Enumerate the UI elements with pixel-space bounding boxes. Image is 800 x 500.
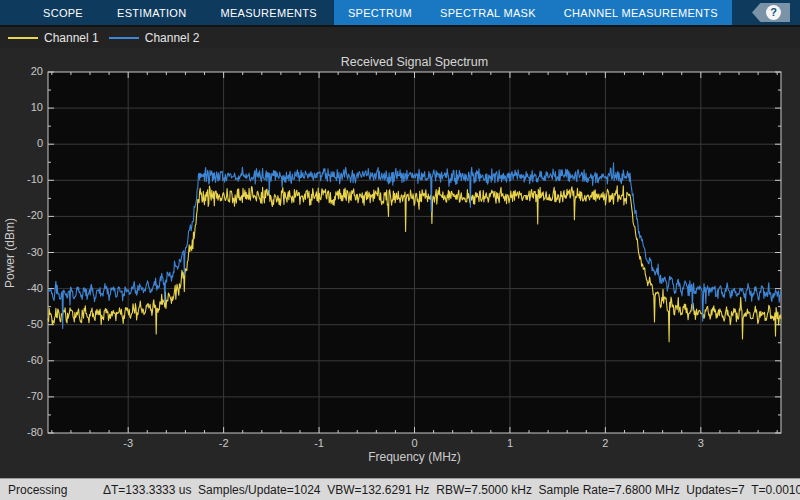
y-tick-label: 10 xyxy=(0,101,43,113)
x-tick-label: 3 xyxy=(681,437,721,449)
help-button[interactable]: ? xyxy=(752,3,790,22)
y-tick-label: -30 xyxy=(0,246,43,258)
tab-spectral-mask[interactable]: SPECTRAL MASK xyxy=(426,0,550,25)
y-tick-label: 0 xyxy=(0,137,43,149)
status-mode: Processing xyxy=(0,483,103,497)
y-tick-label: 20 xyxy=(0,65,43,77)
channel-2-line-swatch xyxy=(109,37,139,39)
status-measurements: ΔT=133.3333 us Samples/Update=1024 VBW=1… xyxy=(103,483,800,497)
tab-scope[interactable]: SCOPE xyxy=(26,0,100,25)
x-tick-label: -3 xyxy=(108,437,148,449)
channel-2-label: Channel 2 xyxy=(145,31,200,45)
y-tick-label: -70 xyxy=(0,390,43,402)
tab-estimation[interactable]: ESTIMATION xyxy=(100,0,203,25)
y-tick-label: -60 xyxy=(0,354,43,366)
tab-channel-measurements[interactable]: CHANNEL MEASUREMENTS xyxy=(550,0,732,25)
x-axis-label: Frequency (MHz) xyxy=(48,450,781,464)
channel-1-line-swatch xyxy=(8,37,38,39)
spectrum-plot[interactable] xyxy=(0,48,800,478)
tab-measurements[interactable]: MEASUREMENTS xyxy=(203,0,334,25)
active-tab-group: SPECTRUM SPECTRAL MASK CHANNEL MEASUREME… xyxy=(334,0,732,25)
x-tick-label: 0 xyxy=(395,437,435,449)
x-tick-label: 1 xyxy=(490,437,530,449)
plot-region: Received Signal Spectrum Power (dBm) Fre… xyxy=(0,48,800,478)
chart-title: Received Signal Spectrum xyxy=(48,55,781,69)
spectrum-analyzer-window: { "toolbar": { "tabs": [ { "label": "SCO… xyxy=(0,0,800,500)
y-tick-label: -50 xyxy=(0,318,43,330)
y-tick-label: -10 xyxy=(0,173,43,185)
toolbar: SCOPE ESTIMATION MEASUREMENTS SPECTRUM S… xyxy=(0,0,800,25)
y-tick-label: -20 xyxy=(0,209,43,221)
y-tick-label: -40 xyxy=(0,282,43,294)
channel-1-label: Channel 1 xyxy=(44,31,99,45)
x-tick-label: -2 xyxy=(204,437,244,449)
x-tick-label: -1 xyxy=(299,437,339,449)
y-tick-label: -80 xyxy=(0,426,43,438)
tab-spectrum[interactable]: SPECTRUM xyxy=(334,0,426,25)
legend-item-channel-2[interactable]: Channel 2 xyxy=(109,31,200,45)
status-bar: Processing ΔT=133.3333 us Samples/Update… xyxy=(0,478,800,500)
legend: Channel 1 Channel 2 xyxy=(0,25,800,48)
help-icon: ? xyxy=(766,5,781,20)
x-tick-label: 2 xyxy=(585,437,625,449)
legend-item-channel-1[interactable]: Channel 1 xyxy=(8,31,99,45)
